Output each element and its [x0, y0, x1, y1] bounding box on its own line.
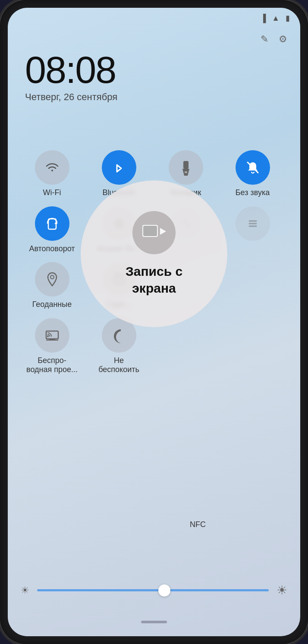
home-bar: [141, 621, 167, 623]
wifi-status-icon: ▲: [272, 14, 280, 23]
qs-label-wireless-proj: Беспро-водная прое...: [26, 356, 78, 375]
status-bar: ▐ ▲ ▮: [8, 8, 300, 25]
brightness-low-icon: ☀: [21, 585, 29, 596]
svg-marker-21: [160, 228, 166, 235]
svg-rect-20: [143, 226, 157, 236]
autorotate-icon-wrap: [35, 206, 69, 241]
screen-record-label: Запись сэкрана: [126, 263, 182, 297]
clock-time: 08:08: [25, 51, 117, 89]
autorotate-icon: [44, 215, 60, 232]
battery-icon: ▮: [286, 13, 290, 23]
svg-rect-0: [183, 161, 189, 169]
brightness-thumb[interactable]: [158, 584, 170, 597]
wifi-icon-wrap: [35, 150, 69, 185]
qs-label-autorotate: Автоповорот: [29, 244, 75, 254]
qs-tile-autorotate[interactable]: Автоповорот: [21, 206, 83, 254]
screen-record-icon: [141, 222, 167, 243]
cast-icon: [44, 328, 60, 343]
screen-record-icon-wrap: [132, 211, 176, 254]
svg-point-11: [50, 275, 54, 279]
svg-point-18: [47, 335, 49, 337]
qs-label-wifi: Wi-Fi: [43, 188, 61, 198]
mute-icon-wrap: [236, 150, 270, 185]
phone-screen: ▐ ▲ ▮ ✎ ⚙ 08:08 Четверг, 26 сентября: [8, 8, 300, 636]
brightness-high-icon: ☀: [277, 583, 287, 597]
top-action-icons: ✎ ⚙: [261, 34, 287, 45]
qs-label-mute: Без звука: [236, 188, 270, 198]
brightness-bar: ☀ ☀: [21, 583, 287, 597]
bluetooth-icon-wrap: [102, 150, 136, 185]
extra2-icon-wrap: [236, 206, 270, 241]
brightness-track[interactable]: [37, 589, 269, 591]
geodata-icon: [45, 271, 60, 287]
screen-record-overlay[interactable]: Запись сэкрана: [81, 180, 227, 327]
clock-area: 08:08 Четверг, 26 сентября: [25, 51, 117, 103]
wireless-proj-icon-wrap: [35, 318, 69, 353]
mute-icon: [245, 160, 261, 175]
edit-icon[interactable]: ✎: [261, 34, 268, 45]
qs-tile-wireless-proj[interactable]: Беспро-водная прое...: [21, 318, 83, 375]
geodata-icon-wrap: [35, 262, 69, 297]
qs-label-dnd: Небеспокоить: [98, 356, 139, 375]
qs-label-geodata: Геоданные: [32, 300, 72, 309]
nfc-label: NFC: [190, 520, 206, 529]
qs-tile-wifi[interactable]: Wi-Fi: [21, 150, 83, 198]
flashlight-icon: [179, 159, 193, 176]
svg-rect-2: [185, 171, 187, 173]
qs-tile-extra2[interactable]: [221, 206, 284, 254]
extra2-icon: [246, 217, 260, 230]
qs-tile-mute[interactable]: Без звука: [221, 150, 284, 198]
qs-tile-dnd[interactable]: Небеспокоить: [88, 318, 150, 375]
status-icons: ▐ ▲ ▮: [260, 13, 290, 23]
moon-icon: [111, 328, 127, 343]
qs-tile-geodata[interactable]: Геоданные: [21, 262, 83, 309]
clock-date: Четверг, 26 сентября: [25, 92, 117, 103]
signal-icon: ▐: [260, 14, 266, 23]
phone-device: ▐ ▲ ▮ ✎ ⚙ 08:08 Четверг, 26 сентября: [0, 0, 308, 644]
wifi-icon: [44, 160, 60, 175]
settings-icon[interactable]: ⚙: [279, 34, 287, 45]
flashlight-icon-wrap: [169, 150, 203, 185]
bluetooth-icon: [111, 160, 127, 175]
